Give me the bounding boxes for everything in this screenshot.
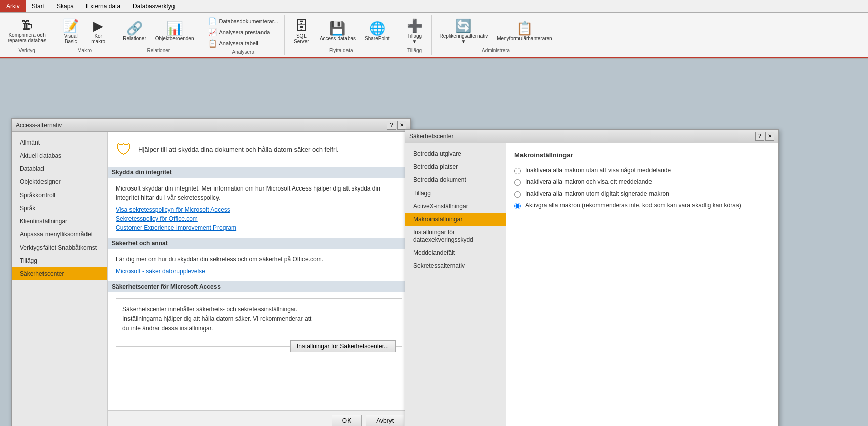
- btn-objektberoenden[interactable]: 📊 Objektberoenden: [152, 20, 198, 43]
- table-icon: 📋: [208, 39, 217, 48]
- btn-relationer[interactable]: 🔗 Relationer: [119, 20, 150, 43]
- nav-datablad[interactable]: Datablad: [12, 162, 107, 175]
- nav-verktygsfalt[interactable]: Verktygsfältet Snabbåtkomst: [12, 241, 107, 254]
- btn-komprimera[interactable]: 🗜 Komprimera ochreparera databas: [4, 19, 50, 45]
- nav-betrodda-utgivare[interactable]: Betrodda utgivare: [405, 147, 506, 160]
- access-alternativ-dialog: Access-alternativ ? ✕ Allmänt Aktuell da…: [11, 118, 411, 426]
- macro-option-2-label: Inaktivera alla makron och visa ett medd…: [525, 178, 652, 185]
- tab-arkiv[interactable]: Arkiv: [0, 0, 26, 12]
- macro-option-3: Inaktivera alla makron utom digitalt sig…: [514, 190, 770, 198]
- nav-makroinstallningar[interactable]: Makroinställningar: [405, 213, 506, 226]
- perf-icon: 📈: [208, 28, 217, 36]
- section-integritet: Skydda din integritet: [108, 167, 410, 178]
- privacy-title: Hjälper till att skydda dina dokument oc…: [138, 146, 339, 153]
- main-area: Access-alternativ ? ✕ Allmänt Aktuell da…: [0, 59, 868, 426]
- nav-sprakkontroll[interactable]: Språkkontroll: [12, 188, 107, 202]
- security-dialog-title: Säkerhetscenter: [409, 133, 453, 140]
- link-microsoft-security[interactable]: Microsoft - säker datorupplevelse: [116, 268, 402, 275]
- access-right-content: 🛡 Hjälper till att skydda dina dokument …: [108, 132, 410, 410]
- analysera-label: Analysera: [206, 49, 280, 55]
- section-security: Säkerhet och annat: [108, 238, 410, 249]
- nav-betrodda-platser[interactable]: Betrodda platser: [405, 160, 506, 173]
- macro-option-3-label: Inaktivera alla makron utom digitalt sig…: [525, 190, 669, 197]
- tab-externa-data[interactable]: Externa data: [80, 0, 126, 12]
- link-sekretesspolicy-office[interactable]: Sekretesspolicy för Office.com: [116, 215, 402, 222]
- access-db-icon: 💾: [329, 22, 345, 35]
- ribbon-group-analysera: 📄 Databasdokumenterar... 📈 Analysera pre…: [202, 15, 285, 55]
- nav-meddelandefalt[interactable]: Meddelandefält: [405, 246, 506, 259]
- verktyg-label: Verktyg: [4, 48, 50, 53]
- security-dialog-close-btn[interactable]: ✕: [765, 132, 774, 141]
- security-right-content: Makroinställningar Inaktivera alla makro…: [506, 143, 778, 426]
- access-dialog-footer: OK Avbryt: [108, 410, 410, 426]
- btn-tillagg[interactable]: ➕ Tillägg▼: [402, 18, 427, 46]
- access-dialog-body: Allmänt Aktuell databas Datablad Objektd…: [12, 132, 410, 426]
- nav-allment[interactable]: Allmänt: [12, 136, 107, 149]
- btn-access-databas[interactable]: 💾 Access-databas: [316, 20, 359, 43]
- btn-sharepoint[interactable]: 🌐 SharePoint: [361, 20, 393, 43]
- ribbon-group-makro: 📝 VisualBasic ▶ Körmakro Makro: [54, 15, 115, 55]
- access-dialog-titlebar: Access-alternativ ? ✕: [12, 119, 410, 132]
- nav-anpassa-menyfliksomradet[interactable]: Anpassa menyfliksområdet: [12, 228, 107, 241]
- tab-start[interactable]: Start: [26, 0, 51, 12]
- nav-aktuell-databas[interactable]: Aktuell databas: [12, 149, 107, 162]
- sharepoint-icon: 🌐: [369, 22, 385, 35]
- run-macro-icon: ▶: [93, 19, 103, 32]
- nav-sekretessalternativ[interactable]: Sekretessalternativ: [405, 259, 506, 272]
- btn-sql-server[interactable]: 🗄 SQLServer: [289, 18, 314, 46]
- ribbon-group-tillagg: ➕ Tillägg▼ Tillägg: [398, 15, 432, 55]
- trust-center-box: Säkerhetscenter innehåller säkerhets- oc…: [116, 298, 402, 347]
- btn-kor-makro[interactable]: ▶ Körmakro: [85, 18, 111, 46]
- object-deps-icon: 📊: [166, 22, 183, 35]
- nav-klientinstallningar[interactable]: Klientinställningar: [12, 215, 107, 228]
- macro-option-2: Inaktivera alla makron och visa ett medd…: [514, 178, 770, 186]
- flytta-data-label: Flytta data: [289, 48, 394, 53]
- nav-objektdesigner[interactable]: Objektdesigner: [12, 175, 107, 188]
- security-dialog-help-btn[interactable]: ?: [755, 132, 764, 141]
- sakerhets-center-dialog: Säkerhetscenter ? ✕ Betrodda utgivare Be…: [405, 129, 779, 426]
- replication-icon: 🔄: [455, 19, 471, 32]
- macro-radio-1[interactable]: [514, 168, 521, 174]
- nav-betrodda-dokument[interactable]: Betrodda dokument: [405, 173, 506, 186]
- access-dialog-close-btn[interactable]: ✕: [397, 121, 406, 130]
- btn-visual-basic[interactable]: 📝 VisualBasic: [58, 18, 83, 46]
- macro-radio-2[interactable]: [514, 179, 521, 186]
- tab-skapa[interactable]: Skapa: [51, 0, 80, 12]
- tillagg-label: Tillägg: [402, 48, 427, 53]
- security-dialog-body: Betrodda utgivare Betrodda platser Betro…: [405, 143, 778, 426]
- ribbon-group-relationer: 🔗 Relationer 📊 Objektberoenden Relatione…: [115, 15, 202, 55]
- btn-sakerhets-installningar[interactable]: Inställningar för Säkerhetscenter...: [290, 340, 396, 352]
- btn-analysera-prestanda[interactable]: 📈 Analysera prestanda: [206, 28, 272, 37]
- nav-sec-tillagg[interactable]: Tillägg: [405, 186, 506, 200]
- access-cancel-btn[interactable]: Avbryt: [366, 415, 404, 426]
- relationer-label: Relationer: [119, 48, 197, 53]
- access-dialog-help-btn[interactable]: ?: [387, 121, 396, 130]
- integrity-text: Microsoft skyddar din integritet. Mer in…: [116, 184, 402, 202]
- macro-settings-title: Makroinställningar: [514, 151, 770, 159]
- macro-option-4: Aktivgra alla makron (rekommenderas inte…: [514, 202, 770, 209]
- sql-icon: 🗄: [295, 19, 308, 32]
- tab-databasverktyg[interactable]: Databasverktyg: [126, 0, 181, 12]
- nav-activex[interactable]: ActiveX-inställningar: [405, 200, 506, 213]
- ribbon: Arkiv Start Skapa Externa data Databasve…: [0, 0, 868, 59]
- doc-icon: 📄: [208, 17, 217, 25]
- access-ok-btn[interactable]: OK: [332, 415, 362, 426]
- macro-radio-3[interactable]: [514, 191, 521, 198]
- relations-icon: 🔗: [126, 22, 143, 35]
- section-trust: Säkerhetscenter för Microsoft Access: [108, 281, 410, 292]
- btn-databasdokumentera[interactable]: 📄 Databasdokumenterar...: [206, 17, 280, 26]
- privacy-header: 🛡 Hjälper till att skydda dina dokument …: [116, 140, 402, 159]
- link-sekretesspolicy-access[interactable]: Visa sekretesspolicyn för Microsoft Acce…: [116, 206, 402, 213]
- nav-dataexekveringsskydd[interactable]: Inställningar för dataexekveringsskydd: [405, 226, 506, 246]
- compress-icon: 🗜: [21, 20, 32, 31]
- btn-replikeringsalternativ[interactable]: 🔄 Replikeringsalternativ▼: [436, 18, 492, 46]
- link-customer-experience[interactable]: Customer Experience Improvement Program: [116, 224, 402, 231]
- btn-menyformularhanteraren[interactable]: 📋 Menyformulärhanteraren: [493, 20, 556, 43]
- nav-tillagg[interactable]: Tillägg: [12, 254, 107, 267]
- nav-sakerhetscenter[interactable]: Säkerhetscenter: [12, 267, 107, 280]
- addon-icon: ➕: [407, 19, 423, 32]
- nav-sprak[interactable]: Språk: [12, 202, 107, 215]
- macro-radio-4[interactable]: [514, 203, 521, 209]
- btn-analysera-tabell[interactable]: 📋 Analysera tabell: [206, 39, 261, 48]
- security-dialog-titlebar: Säkerhetscenter ? ✕: [405, 130, 778, 143]
